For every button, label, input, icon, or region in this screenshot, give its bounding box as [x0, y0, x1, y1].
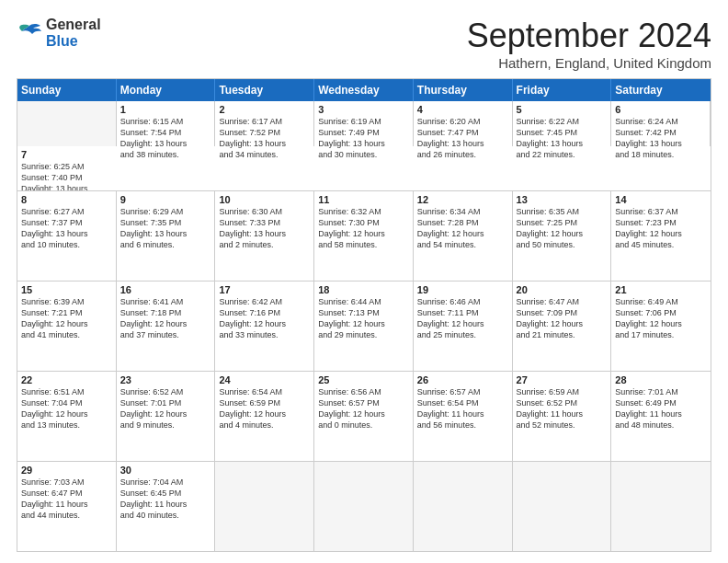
day-number: 23 — [120, 374, 211, 385]
cal-header-day: Sunday — [17, 79, 117, 101]
cal-header-day: Monday — [117, 79, 216, 101]
calendar-cell: 6Sunrise: 6:24 AMSunset: 7:42 PMDaylight… — [611, 101, 711, 146]
logo-text: General Blue — [46, 17, 101, 49]
calendar-cell: 25Sunrise: 6:56 AMSunset: 6:57 PMDayligh… — [314, 372, 414, 461]
day-content: Sunrise: 7:01 AMSunset: 6:49 PMDaylight:… — [615, 386, 707, 431]
calendar-cell: 19Sunrise: 6:46 AMSunset: 7:11 PMDayligh… — [414, 282, 513, 371]
day-content: Sunrise: 6:32 AMSunset: 7:30 PMDaylight:… — [318, 206, 409, 251]
day-content: Sunrise: 6:46 AMSunset: 7:11 PMDaylight:… — [417, 296, 508, 341]
calendar-cell: 21Sunrise: 6:49 AMSunset: 7:06 PMDayligh… — [611, 282, 711, 371]
day-content: Sunrise: 6:20 AMSunset: 7:47 PMDaylight:… — [417, 116, 508, 161]
day-number: 12 — [417, 194, 508, 205]
day-number: 15 — [21, 284, 112, 295]
day-number: 29 — [21, 465, 112, 476]
day-number: 16 — [120, 284, 211, 295]
day-number: 4 — [417, 104, 508, 115]
cal-header-day: Tuesday — [215, 79, 314, 101]
cal-header-day: Saturday — [611, 79, 711, 101]
day-number: 14 — [615, 194, 707, 205]
location: Hathern, England, United Kingdom — [467, 55, 711, 71]
day-content: Sunrise: 6:57 AMSunset: 6:54 PMDaylight:… — [417, 386, 508, 431]
day-number: 20 — [517, 284, 608, 295]
day-content: Sunrise: 7:04 AMSunset: 6:45 PMDaylight:… — [120, 477, 211, 522]
day-number: 9 — [120, 194, 211, 205]
cal-header-day: Friday — [513, 79, 612, 101]
day-content: Sunrise: 6:41 AMSunset: 7:18 PMDaylight:… — [120, 296, 211, 341]
day-number: 3 — [318, 104, 409, 115]
day-content: Sunrise: 6:54 AMSunset: 6:59 PMDaylight:… — [219, 386, 310, 431]
calendar-cell: 17Sunrise: 6:42 AMSunset: 7:16 PMDayligh… — [215, 282, 314, 371]
day-content: Sunrise: 6:37 AMSunset: 7:23 PMDaylight:… — [615, 206, 707, 251]
day-content: Sunrise: 6:42 AMSunset: 7:16 PMDaylight:… — [219, 296, 310, 341]
day-content: Sunrise: 6:35 AMSunset: 7:25 PMDaylight:… — [517, 206, 608, 251]
calendar-cell — [414, 462, 513, 551]
calendar-cell: 23Sunrise: 6:52 AMSunset: 7:01 PMDayligh… — [117, 372, 216, 461]
day-content: Sunrise: 6:51 AMSunset: 7:04 PMDaylight:… — [21, 386, 112, 431]
day-number: 7 — [21, 149, 113, 160]
day-content: Sunrise: 6:47 AMSunset: 7:09 PMDaylight:… — [517, 296, 608, 341]
day-content: Sunrise: 6:39 AMSunset: 7:21 PMDaylight:… — [21, 296, 112, 341]
calendar-cell: 30Sunrise: 7:04 AMSunset: 6:45 PMDayligh… — [117, 462, 216, 551]
calendar-cell: 14Sunrise: 6:37 AMSunset: 7:23 PMDayligh… — [611, 191, 711, 281]
day-number: 17 — [219, 284, 310, 295]
calendar: SundayMondayTuesdayWednesdayThursdayFrid… — [17, 78, 711, 552]
calendar-cell — [314, 462, 414, 551]
calendar-week: 22Sunrise: 6:51 AMSunset: 7:04 PMDayligh… — [17, 371, 711, 461]
day-content: Sunrise: 6:24 AMSunset: 7:42 PMDaylight:… — [615, 116, 706, 161]
day-number: 10 — [219, 194, 310, 205]
calendar-cell — [611, 462, 711, 551]
day-number: 19 — [417, 284, 508, 295]
calendar-week: 29Sunrise: 7:03 AMSunset: 6:47 PMDayligh… — [17, 461, 711, 551]
calendar-cell: 28Sunrise: 7:01 AMSunset: 6:49 PMDayligh… — [611, 372, 711, 461]
day-content: Sunrise: 6:27 AMSunset: 7:37 PMDaylight:… — [21, 206, 112, 251]
day-number: 30 — [120, 465, 211, 476]
calendar-body: 1Sunrise: 6:15 AMSunset: 7:54 PMDaylight… — [17, 101, 711, 551]
day-number: 13 — [517, 194, 608, 205]
day-number: 8 — [21, 194, 112, 205]
logo-bird-icon — [17, 22, 42, 44]
day-content: Sunrise: 6:44 AMSunset: 7:13 PMDaylight:… — [318, 296, 409, 341]
day-number: 5 — [517, 104, 608, 115]
calendar-cell: 15Sunrise: 6:39 AMSunset: 7:21 PMDayligh… — [17, 282, 117, 371]
day-content: Sunrise: 6:52 AMSunset: 7:01 PMDaylight:… — [120, 386, 211, 431]
calendar-cell: 2Sunrise: 6:17 AMSunset: 7:52 PMDaylight… — [215, 101, 314, 146]
day-number: 2 — [219, 104, 310, 115]
calendar-cell: 12Sunrise: 6:34 AMSunset: 7:28 PMDayligh… — [414, 191, 513, 281]
calendar-cell: 5Sunrise: 6:22 AMSunset: 7:45 PMDaylight… — [513, 101, 612, 146]
calendar-cell: 10Sunrise: 6:30 AMSunset: 7:33 PMDayligh… — [215, 191, 314, 281]
title-block: September 2024 Hathern, England, United … — [467, 17, 711, 71]
calendar-cell: 9Sunrise: 6:29 AMSunset: 7:35 PMDaylight… — [117, 191, 216, 281]
calendar-cell: 29Sunrise: 7:03 AMSunset: 6:47 PMDayligh… — [17, 462, 117, 551]
calendar-cell: 8Sunrise: 6:27 AMSunset: 7:37 PMDaylight… — [17, 191, 117, 281]
cal-header-day: Wednesday — [314, 79, 414, 101]
calendar-cell — [17, 101, 117, 146]
calendar-cell: 26Sunrise: 6:57 AMSunset: 6:54 PMDayligh… — [414, 372, 513, 461]
page-header: General Blue September 2024 Hathern, Eng… — [17, 17, 711, 71]
day-number: 21 — [615, 284, 707, 295]
logo: General Blue — [17, 17, 101, 49]
day-number: 22 — [21, 374, 112, 385]
day-number: 28 — [615, 374, 707, 385]
calendar-week: 8Sunrise: 6:27 AMSunset: 7:37 PMDaylight… — [17, 190, 711, 281]
calendar-week: 15Sunrise: 6:39 AMSunset: 7:21 PMDayligh… — [17, 281, 711, 371]
calendar-cell: 24Sunrise: 6:54 AMSunset: 6:59 PMDayligh… — [215, 372, 314, 461]
calendar-cell: 13Sunrise: 6:35 AMSunset: 7:25 PMDayligh… — [513, 191, 612, 281]
day-content: Sunrise: 6:29 AMSunset: 7:35 PMDaylight:… — [120, 206, 211, 251]
calendar-cell: 22Sunrise: 6:51 AMSunset: 7:04 PMDayligh… — [17, 372, 117, 461]
calendar-cell: 1Sunrise: 6:15 AMSunset: 7:54 PMDaylight… — [117, 101, 216, 146]
calendar-week: 1Sunrise: 6:15 AMSunset: 7:54 PMDaylight… — [17, 101, 711, 190]
calendar-header: SundayMondayTuesdayWednesdayThursdayFrid… — [17, 79, 711, 101]
day-content: Sunrise: 6:22 AMSunset: 7:45 PMDaylight:… — [517, 116, 608, 161]
day-number: 11 — [318, 194, 409, 205]
calendar-cell — [513, 462, 612, 551]
day-number: 24 — [219, 374, 310, 385]
day-number: 18 — [318, 284, 409, 295]
calendar-cell — [215, 462, 314, 551]
day-number: 6 — [615, 104, 706, 115]
day-number: 26 — [417, 374, 508, 385]
day-content: Sunrise: 6:15 AMSunset: 7:54 PMDaylight:… — [120, 116, 211, 161]
calendar-page: General Blue September 2024 Hathern, Eng… — [0, 0, 728, 563]
cal-header-day: Thursday — [414, 79, 513, 101]
day-content: Sunrise: 6:34 AMSunset: 7:28 PMDaylight:… — [417, 206, 508, 251]
day-content: Sunrise: 6:17 AMSunset: 7:52 PMDaylight:… — [219, 116, 310, 161]
